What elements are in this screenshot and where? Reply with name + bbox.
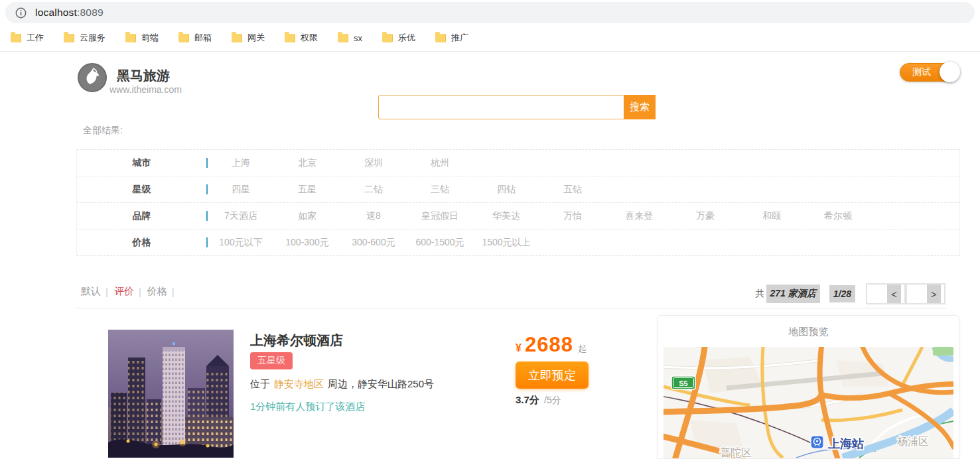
hotel-price: ¥ 2688 起 <box>516 333 587 357</box>
currency-symbol: ¥ <box>516 342 522 354</box>
filter-row-brand: 品牌 7天酒店 如家 速8 皇冠假日 华美达 万怡 喜来登 万豪 和颐 希尔顿 <box>77 203 959 230</box>
hotel-name-link[interactable]: 上海希尔顿酒店 <box>250 332 343 350</box>
filter-option[interactable]: 1500元以上 <box>473 237 539 249</box>
bookmark-label: 前端 <box>141 32 159 44</box>
filter-row-city: 城市 上海 北京 深圳 杭州 <box>77 149 959 176</box>
folder-icon <box>125 34 136 42</box>
hotel-score: 3.7分 /5分 <box>516 394 561 407</box>
bookmark-label: 网关 <box>247 32 265 44</box>
sort-tab-rating[interactable]: 评价 <box>114 285 134 298</box>
price-suffix: 起 <box>578 343 587 355</box>
bookmark-item-5[interactable]: 网关 <box>232 32 265 44</box>
folder-icon <box>64 34 74 42</box>
filter-option[interactable]: 300-600元 <box>340 237 407 249</box>
folder-icon <box>11 34 21 42</box>
bookmarks-bar: 工作 云服务 前端 邮箱 网关 权限 sx 乐优 推广 <box>0 25 980 52</box>
filter-option[interactable]: 100元以下 <box>208 237 274 249</box>
filter-option[interactable]: 和颐 <box>738 210 805 222</box>
bookmark-label: 乐优 <box>398 32 415 44</box>
folder-icon <box>232 34 242 42</box>
filter-option[interactable]: 上海 <box>208 157 274 169</box>
filter-option[interactable]: 二钻 <box>340 184 407 196</box>
map-label-station: 上海站 <box>827 437 864 450</box>
filter-option[interactable]: 100-300元 <box>274 237 340 249</box>
sort-separator: | <box>105 286 108 297</box>
browser-toolbar: localhost:8089 <box>0 0 980 25</box>
search-button[interactable]: 搜索 <box>624 95 656 119</box>
bookmark-label: sx <box>354 33 362 43</box>
sort-tabs: 默认| 评价| 价格| <box>81 285 180 298</box>
next-page-button[interactable]: > <box>907 285 944 303</box>
filter-option[interactable]: 北京 <box>274 157 340 169</box>
info-icon[interactable] <box>15 7 27 19</box>
bookmark-item-3[interactable]: 前端 <box>125 32 159 44</box>
filter-option[interactable]: 华美达 <box>473 210 539 222</box>
total-hotels-count: 271 家酒店 <box>766 285 820 303</box>
pagination-area: 共 271 家酒店 1/28 < > <box>756 283 946 304</box>
page-indicator: 1/28 <box>829 285 855 302</box>
filter-option[interactable]: 皇冠假日 <box>407 210 473 222</box>
bookmark-label: 工作 <box>27 32 44 44</box>
filter-panel: 城市 上海 北京 深圳 杭州 星级 四星 五星 二钻 三钻 四钻 五钻 品牌 7… <box>76 149 960 256</box>
filter-option[interactable]: 万怡 <box>539 210 606 222</box>
site-logo-horse-icon[interactable] <box>77 62 107 93</box>
bookmark-label: 云服务 <box>80 32 105 44</box>
toggle-knob[interactable] <box>940 62 960 82</box>
sort-tab-price[interactable]: 价格 <box>147 285 167 298</box>
bookmark-item-1[interactable]: 工作 <box>11 32 44 44</box>
score-total: /5分 <box>544 395 561 405</box>
bookmark-item-6[interactable]: 权限 <box>285 32 318 44</box>
filter-option[interactable]: 7天酒店 <box>208 210 274 222</box>
filter-label: 城市 <box>77 157 206 169</box>
filter-option[interactable]: 600-1500元 <box>407 237 473 249</box>
filter-option[interactable]: 速8 <box>340 210 407 222</box>
bookmark-label: 权限 <box>301 32 318 44</box>
site-url: www.itheima.com <box>109 84 182 95</box>
page-content: 黑马旅游 www.itheima.com 测试 搜索 全部结果: 城市 上海 北… <box>0 52 980 458</box>
filter-option[interactable]: 四星 <box>208 184 274 196</box>
map-preview-title: 地图预览 <box>658 326 959 338</box>
search-bar: 搜索 <box>378 95 656 119</box>
filter-option[interactable]: 五钻 <box>539 184 606 196</box>
address-area-link[interactable]: 静安寺地区 <box>274 378 324 389</box>
train-station-icon <box>811 436 823 448</box>
map-label-district-left: 普陀区 <box>720 447 752 458</box>
prev-page-button[interactable]: < <box>867 285 904 303</box>
filter-label: 品牌 <box>77 210 206 222</box>
folder-icon <box>178 34 189 42</box>
url-text: localhost:8089 <box>35 7 104 19</box>
highway-badge-icon: S5 <box>671 376 695 389</box>
filter-option[interactable]: 如家 <box>274 210 340 222</box>
url-host: localhost <box>35 7 77 18</box>
filter-label: 价格 <box>77 237 206 249</box>
bookmark-item-2[interactable]: 云服务 <box>64 32 105 44</box>
filter-option[interactable]: 希尔顿 <box>805 210 871 222</box>
search-input[interactable] <box>378 95 624 119</box>
toggle-label: 测试 <box>900 64 943 81</box>
test-toggle-switch[interactable]: 测试 <box>900 63 959 82</box>
filter-option[interactable]: 五星 <box>274 184 340 196</box>
sort-tab-default[interactable]: 默认 <box>81 285 101 298</box>
hotel-address: 位于静安寺地区周边，静安华山路250号 <box>250 378 434 391</box>
filter-option[interactable]: 杭州 <box>407 157 473 169</box>
total-prefix: 共 <box>756 288 765 300</box>
map-label-district-right: 杨浦区 <box>897 436 929 447</box>
filter-option[interactable]: 深圳 <box>340 157 407 169</box>
bookmark-item-4[interactable]: 邮箱 <box>178 32 212 44</box>
address-bar[interactable]: localhost:8089 <box>5 2 975 23</box>
hotel-photo[interactable] <box>108 330 234 458</box>
bookmark-label: 推广 <box>451 32 468 44</box>
filter-option[interactable]: 喜来登 <box>606 210 672 222</box>
sort-separator: | <box>172 286 175 297</box>
folder-icon <box>285 34 295 42</box>
bookmark-item-8[interactable]: 乐优 <box>382 32 415 44</box>
book-now-button[interactable]: 立即预定 <box>516 361 589 389</box>
filter-option[interactable]: 四钻 <box>473 184 539 196</box>
filter-option[interactable]: 三钻 <box>407 184 473 196</box>
site-title: 黑马旅游 <box>117 67 170 85</box>
bookmark-item-7[interactable]: sx <box>338 33 362 43</box>
svg-text:S5: S5 <box>679 379 687 387</box>
filter-option[interactable]: 万豪 <box>672 210 738 222</box>
bookmark-item-9[interactable]: 推广 <box>435 32 468 44</box>
chevron-right-icon: > <box>927 285 941 303</box>
